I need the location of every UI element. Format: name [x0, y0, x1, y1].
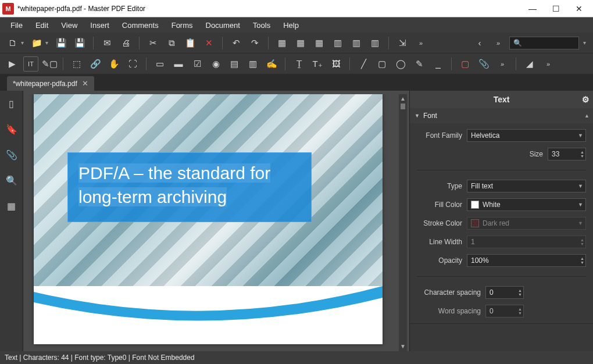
spinner-arrows-icon[interactable]: ▲▼: [518, 307, 522, 315]
minimize-button[interactable]: —: [521, 1, 544, 17]
document-page[interactable]: PDF/A – the standard for long-term archi…: [34, 94, 383, 344]
align-bottom-icon[interactable]: ▥: [367, 35, 383, 51]
edit-text-icon[interactable]: ✎▢: [42, 56, 57, 72]
maximize-button[interactable]: ☐: [544, 1, 567, 17]
save-icon[interactable]: 💾: [53, 35, 69, 51]
bookmarks-panel-icon[interactable]: 🔖: [3, 121, 20, 137]
separator: [222, 37, 223, 49]
selected-text-box[interactable]: PDF/A – the standard for long-term archi…: [67, 152, 312, 222]
undo-icon[interactable]: ↶: [228, 35, 244, 51]
font-section-header[interactable]: ▼ Font ▲: [410, 108, 593, 123]
menu-tools[interactable]: Tools: [247, 19, 276, 31]
form-combo-icon[interactable]: ▥: [245, 56, 260, 72]
canvas-viewport[interactable]: PDF/A – the standard for long-term archi…: [26, 94, 407, 351]
spinner-arrows-icon[interactable]: ▲▼: [580, 150, 584, 158]
panel-settings-icon[interactable]: ⚙: [582, 95, 590, 104]
font-family-dropdown[interactable]: Helvetica ▼: [467, 129, 586, 142]
save-as-icon[interactable]: 💾: [72, 35, 87, 51]
more-nav-icon[interactable]: »: [491, 35, 506, 51]
open-folder-icon[interactable]: 📁: [29, 35, 44, 51]
line-icon[interactable]: ╱: [356, 56, 371, 72]
menu-help[interactable]: Help: [277, 19, 305, 31]
pointer-icon[interactable]: ▶: [5, 56, 20, 72]
search-dropdown-icon[interactable]: ▾: [580, 40, 588, 46]
distribute-icon[interactable]: ⇲: [395, 35, 410, 51]
align-right-icon[interactable]: ▦: [312, 35, 327, 51]
document-tab[interactable]: *whitepaper-pdfa.pdf ✕: [7, 76, 94, 91]
add-text-icon[interactable]: Ṯ: [291, 56, 306, 72]
align-middle-icon[interactable]: ▥: [349, 35, 364, 51]
pencil-icon[interactable]: ✎: [412, 56, 427, 72]
paste-icon[interactable]: 📋: [183, 35, 198, 51]
more-tools-icon[interactable]: »: [495, 56, 510, 72]
cut-icon[interactable]: ✂: [145, 35, 160, 51]
image-icon[interactable]: 🖼: [328, 56, 344, 72]
word-spacing-spinner[interactable]: 0 ▲▼: [485, 305, 524, 317]
rectangle-icon[interactable]: ▢: [374, 56, 390, 72]
print-icon[interactable]: 🖨: [118, 35, 133, 51]
spinner-arrows-icon[interactable]: ▲▼: [580, 256, 584, 265]
dropdown-icon[interactable]: ▾: [21, 40, 26, 46]
opacity-spinner[interactable]: 100% ▲▼: [467, 254, 586, 267]
scroll-down-icon[interactable]: ▼: [399, 343, 406, 350]
scrollbar-thumb[interactable]: [401, 104, 405, 109]
menu-forms[interactable]: Forms: [166, 19, 199, 31]
form-list-icon[interactable]: ▤: [227, 56, 242, 72]
form-text-icon[interactable]: ▭: [152, 56, 167, 72]
menu-view[interactable]: View: [55, 19, 83, 31]
tab-close-icon[interactable]: ✕: [82, 79, 88, 88]
copy-icon[interactable]: ⧉: [164, 35, 179, 51]
menu-file[interactable]: File: [5, 19, 28, 31]
status-bar: Text | Characters: 44 | Font type: Type0…: [0, 351, 593, 364]
more-annot-icon[interactable]: »: [541, 56, 556, 72]
dropdown-icon[interactable]: ▾: [45, 40, 50, 46]
fill-color-dropdown[interactable]: White ▼: [467, 198, 586, 211]
form-checkbox-icon[interactable]: ☑: [190, 56, 205, 72]
layers-panel-icon[interactable]: ▦: [3, 198, 20, 214]
ellipse-icon[interactable]: ◯: [393, 56, 408, 72]
redo-icon[interactable]: ↷: [247, 35, 262, 51]
email-icon[interactable]: ✉: [99, 35, 115, 51]
canvas-area: PDF/A – the standard for long-term archi…: [23, 91, 409, 351]
text-select-icon[interactable]: IT: [23, 56, 38, 72]
page-swoosh-graphic: [34, 280, 383, 344]
form-sign-icon[interactable]: ✍: [264, 56, 279, 72]
menu-edit[interactable]: Edit: [30, 19, 54, 31]
attachments-panel-icon[interactable]: 📎: [3, 147, 20, 163]
highlighter-icon[interactable]: ◢: [522, 56, 537, 72]
menu-document[interactable]: Document: [200, 19, 246, 31]
form-radio-icon[interactable]: ◉: [208, 56, 223, 72]
align-center-icon[interactable]: ▦: [293, 35, 308, 51]
fill-type-dropdown[interactable]: Fill text ▼: [467, 180, 586, 192]
menu-insert[interactable]: Insert: [84, 19, 115, 31]
transform-icon[interactable]: ⛶: [125, 56, 140, 72]
new-file-icon[interactable]: 🗋: [5, 35, 20, 51]
close-button[interactable]: ✕: [567, 1, 591, 17]
typewriter-icon[interactable]: T₊: [310, 56, 325, 72]
scroll-up-indicator-icon[interactable]: ▲: [584, 113, 590, 119]
search-input[interactable]: 🔍: [509, 37, 579, 49]
form-button-icon[interactable]: ▬: [171, 56, 186, 72]
pages-panel-icon[interactable]: ▯: [3, 95, 20, 112]
select-object-icon[interactable]: ⬚: [69, 56, 84, 72]
link-icon[interactable]: 🔗: [88, 56, 103, 72]
align-top-icon[interactable]: ▥: [330, 35, 345, 51]
char-spacing-spinner[interactable]: 0 ▲▼: [485, 286, 524, 299]
hand-icon[interactable]: ✋: [106, 56, 122, 72]
font-size-spinner[interactable]: 33 ▲▼: [548, 148, 586, 160]
spinner-arrows-icon[interactable]: ▲▼: [518, 288, 522, 297]
highlight-icon[interactable]: ⎯: [430, 56, 445, 72]
menu-comments[interactable]: Comments: [116, 19, 165, 31]
scroll-up-icon[interactable]: ▲: [399, 95, 406, 102]
more-icon[interactable]: »: [413, 35, 428, 51]
attach-icon[interactable]: 📎: [476, 56, 491, 72]
vertical-scrollbar[interactable]: ▲ ▼: [399, 94, 407, 351]
chevron-down-icon: ▼: [578, 133, 583, 138]
opacity-value: 100%: [471, 256, 489, 265]
search-panel-icon[interactable]: 🔍: [3, 172, 20, 188]
prev-page-icon[interactable]: ‹: [472, 35, 487, 51]
fill-color-label: Fill Color: [417, 201, 462, 209]
align-left-icon[interactable]: ▦: [274, 35, 290, 51]
delete-icon[interactable]: ✕: [201, 35, 216, 51]
note-icon[interactable]: ▢: [458, 56, 473, 72]
